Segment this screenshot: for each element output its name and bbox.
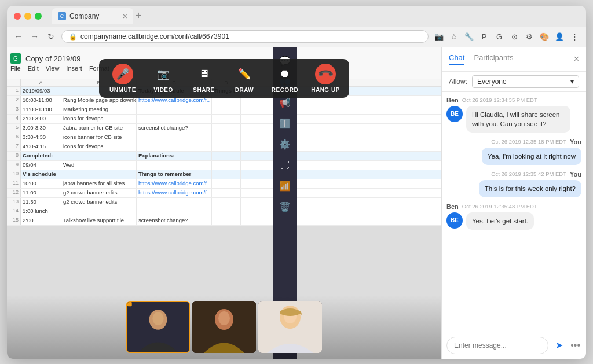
table-row: 8 Completed: Explanations: xyxy=(7,152,441,161)
sheet-grid: A B C D 1 2019/09/03 Today's schedule Th… xyxy=(7,79,441,226)
message-time-2: Oct 26 2019 12:35:18 PM EDT xyxy=(491,138,566,145)
bookmark-btn[interactable]: ☆ xyxy=(448,31,460,42)
table-row: 14 1:00 lunch xyxy=(7,207,441,216)
address-bar[interactable]: 🔒 companyname.callbridge.com/conf/call/6… xyxy=(61,30,429,43)
message-meta-1: Ben Oct 26 2019 12:34:35 PM EDT xyxy=(446,97,581,104)
video-participant-2[interactable] xyxy=(192,301,256,353)
tab-chat[interactable]: Chat xyxy=(449,53,464,65)
address-bar-row: ← → ↻ 🔒 companyname.callbridge.com/conf/… xyxy=(7,27,586,47)
hangup-btn[interactable]: 📞 HANG UP xyxy=(311,64,340,93)
fullscreen-sidebar-btn[interactable]: ⛶ xyxy=(276,156,294,175)
message-row-3: This is for this week only right? xyxy=(479,180,581,197)
chrome-btn[interactable]: ⊙ xyxy=(508,31,520,42)
camera-icon: 📷 xyxy=(153,64,174,84)
minimize-window-btn[interactable] xyxy=(24,13,31,20)
refresh-btn[interactable]: ↻ xyxy=(45,31,57,42)
svg-point-6 xyxy=(218,311,230,325)
video-strip xyxy=(7,295,441,359)
call-toolbar: 🎤 UNMUTE 📷 VIDEO 🖥 SHARE ✏️ DRAW xyxy=(99,59,349,98)
message-meta-4: Ben Oct 26 2019 12:35:48 PM EDT xyxy=(446,203,581,210)
message-meta-3: You Oct 26 2019 12:35:42 PM EDT xyxy=(491,171,581,178)
video-btn[interactable]: 📷 VIDEO xyxy=(149,64,178,93)
google-btn[interactable]: G xyxy=(493,31,505,42)
traffic-lights xyxy=(14,13,42,20)
message-bubble-3: This is for this week only right? xyxy=(479,180,581,197)
avatar-ben: BE xyxy=(446,106,463,122)
messages-area: Ben Oct 26 2019 12:34:35 PM EDT BE Hi Cl… xyxy=(442,92,586,332)
message-input-row: ➤ ••• xyxy=(442,332,586,359)
svg-rect-1 xyxy=(127,302,132,306)
table-row: 3 11:00-13:00 Marketing meeting xyxy=(7,105,441,115)
svg-point-3 xyxy=(152,311,163,325)
message-sender-2: You xyxy=(570,138,581,145)
settings-btn[interactable]: ⚙ xyxy=(524,31,535,42)
active-tab[interactable]: C Company × xyxy=(52,8,133,24)
menu-insert[interactable]: Insert xyxy=(66,65,82,72)
video-action-btn[interactable]: 📷 xyxy=(433,31,445,42)
sheet-filename: Copy of 2019/09 xyxy=(25,54,80,63)
message-more-btn[interactable]: ••• xyxy=(569,339,581,352)
chat-panel: Chat Participants × Allow: Everyone ▾ xyxy=(441,47,586,359)
draw-icon: ✏️ xyxy=(234,64,255,84)
maximize-window-btn[interactable] xyxy=(35,13,42,20)
info-sidebar-btn[interactable]: ℹ️ xyxy=(276,115,294,133)
video-participant-3[interactable] xyxy=(258,301,322,353)
spreadsheet-wrapper: G Copy of 2019/09 File Edit View Insert … xyxy=(7,47,441,359)
message-sender-1: Ben xyxy=(446,97,459,104)
row-num-header xyxy=(7,79,21,86)
message-time-1: Oct 26 2019 12:34:35 PM EDT xyxy=(462,97,537,103)
message-group-4: Ben Oct 26 2019 12:35:48 PM EDT BE Yes. … xyxy=(446,203,581,230)
pinterest-btn[interactable]: P xyxy=(478,31,490,42)
send-icon: ➤ xyxy=(555,340,563,351)
delete-sidebar-btn[interactable]: 🗑️ xyxy=(276,198,294,216)
browser-titlebar: C Company × + xyxy=(7,6,586,27)
microphone-icon: 🎤 xyxy=(112,64,133,84)
profile-btn[interactable]: 👤 xyxy=(554,31,565,42)
menu-view[interactable]: View xyxy=(46,65,60,72)
unmute-btn[interactable]: 🎤 UNMUTE xyxy=(108,64,137,93)
browser-actions: 📷 ☆ 🔧 P G ⊙ ⚙ 🎨 👤 ⋮ xyxy=(433,31,580,42)
new-tab-btn[interactable]: + xyxy=(136,10,142,22)
tab-close-btn[interactable]: × xyxy=(123,12,127,21)
message-input[interactable] xyxy=(446,337,548,354)
send-message-btn[interactable]: ➤ xyxy=(552,337,566,354)
browser-window: C Company × + ← → ↻ 🔒 companyname.callbr… xyxy=(7,6,586,359)
col-a-header[interactable]: A xyxy=(21,79,61,86)
record-btn[interactable]: ⏺ RECORD xyxy=(270,64,299,93)
settings-sidebar-btn[interactable]: ⚙️ xyxy=(276,135,294,154)
extensions-btn[interactable]: 🔧 xyxy=(463,31,475,42)
menu-btn[interactable]: ⋮ xyxy=(569,31,580,42)
content-wrapper: G Copy of 2019/09 File Edit View Insert … xyxy=(7,47,586,359)
menu-file[interactable]: File xyxy=(10,65,21,72)
table-row: 5 3:00-3:30 Jabra banner for CB site scr… xyxy=(7,124,441,133)
share-btn[interactable]: 🖥 SHARE xyxy=(189,64,218,93)
chat-close-btn[interactable]: × xyxy=(574,54,579,64)
message-row-2: Yea, I'm looking at it right now xyxy=(482,148,581,165)
message-meta-2: You Oct 26 2019 12:35:18 PM EDT xyxy=(491,138,581,145)
color-btn[interactable]: 🎨 xyxy=(539,31,550,42)
message-sender-4: Ben xyxy=(446,203,459,210)
back-btn[interactable]: ← xyxy=(13,31,24,42)
forward-btn[interactable]: → xyxy=(29,31,41,42)
sheets-icon: G xyxy=(10,53,21,64)
tabs-bar: C Company × + xyxy=(52,8,579,24)
chat-header: Chat Participants × xyxy=(442,47,586,72)
close-window-btn[interactable] xyxy=(14,13,21,20)
video-participant-1[interactable] xyxy=(126,301,190,353)
lock-icon: 🔒 xyxy=(69,33,77,41)
menu-edit[interactable]: Edit xyxy=(28,65,39,72)
app-wrapper: C Company × + ← → ↻ 🔒 companyname.callbr… xyxy=(0,0,593,364)
table-row: 13 11:30 g2 crowd banner edits xyxy=(7,198,441,207)
table-row: 10 V's schedule Things to remember xyxy=(7,170,441,179)
tab-title: Company xyxy=(69,12,99,20)
allow-value: Everyone xyxy=(477,78,507,86)
message-bubble-2: Yea, I'm looking at it right now xyxy=(482,148,581,165)
allow-dropdown[interactable]: Everyone ▾ xyxy=(472,75,579,88)
tab-participants[interactable]: Participants xyxy=(474,53,513,65)
chat-tabs: Chat Participants xyxy=(449,53,513,65)
phone-icon: 📞 xyxy=(311,59,341,89)
draw-btn[interactable]: ✏️ DRAW xyxy=(230,64,259,93)
network-sidebar-icon: 📶 xyxy=(276,177,294,196)
table-row: 7 4:00-4:15 icons for devops xyxy=(7,142,441,152)
table-row: 9 09/04 Wed xyxy=(7,161,441,170)
